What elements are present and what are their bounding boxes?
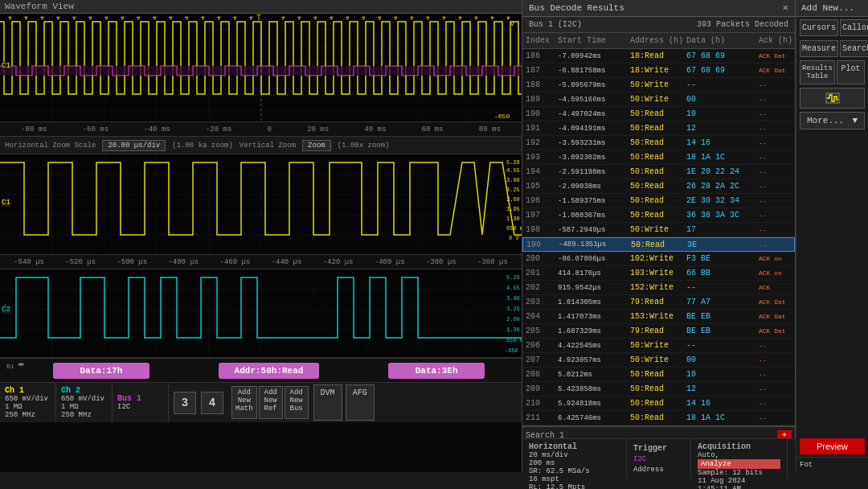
table-row[interactable]: 190 -4.497024ms 50:Read 10 -- <box>522 107 795 121</box>
horizontal-section[interactable]: Horizontal 20 ms/div 200 ms SR: 62.5 MSa… <box>522 439 627 479</box>
table-row[interactable]: 208 5.0212ms 50:Read 10 -- <box>522 368 795 382</box>
row-error: ACK on <box>759 269 795 277</box>
bus1-status[interactable]: Bus 1 I2C <box>113 383 169 422</box>
row-time: -489.1351µs <box>559 240 631 249</box>
table-row[interactable]: 200 -86.07806µs 102:Write F3 BE ACK on <box>522 252 795 266</box>
results-table-button[interactable]: Results Table <box>800 60 835 84</box>
row-data: 1E 20 22 24 <box>686 167 759 176</box>
row-data: 26 28 2A 2C <box>686 182 759 191</box>
row-data: 12 <box>686 124 759 133</box>
bus1-type: I2C <box>117 403 163 411</box>
svg-text:V: V <box>510 20 514 27</box>
row-error: ACK Dat <box>759 298 795 306</box>
table-row[interactable]: 194 -2.591198ms 50:Read 1E 20 22 24 -- <box>522 165 795 179</box>
row-data: 10 <box>686 370 759 379</box>
search-button[interactable]: Search <box>840 40 868 57</box>
acquisition-section[interactable]: Acquisition Auto, Analyze Sample: 12 bit… <box>691 439 788 479</box>
waveform-icon <box>825 92 840 105</box>
add-new-bus-button[interactable]: AddNewBus <box>285 386 309 419</box>
table-row[interactable]: 206 4.422545ms 50:Write -- -- <box>522 339 795 353</box>
svg-text:2.60 V: 2.60 V <box>506 316 522 323</box>
row-error: -- <box>759 226 795 233</box>
row-address: 50:Write <box>630 341 686 350</box>
table-row[interactable]: 192 -3.593231ms 50:Read 14 16 -- <box>522 136 795 150</box>
more-button[interactable]: More... ▼ <box>800 112 865 129</box>
svg-text:▼: ▼ <box>40 14 44 22</box>
h-zoom-detail: (1.00 ka zoom) <box>172 142 233 150</box>
table-row[interactable]: 197 -1.088367ms 50:Read 36 38 3A 3C -- <box>522 208 795 223</box>
dvm-button[interactable]: DVM <box>313 384 342 421</box>
bus-label: Bus 1 (I2C) <box>529 20 582 29</box>
row-address: 50:Read <box>630 211 686 220</box>
table-row[interactable]: 211 6.425746ms 50:Read 18 1A 1C -- <box>522 411 795 425</box>
row-time: 5.0212ms <box>558 371 630 379</box>
table-body[interactable]: 186 -7.09942ms 18:Read 67 68 69 ACK Dat … <box>522 49 795 425</box>
row-index: 186 <box>526 51 558 60</box>
preview-button[interactable]: Preview <box>800 438 865 454</box>
measure-button[interactable]: Measure <box>800 40 838 57</box>
table-row[interactable]: 193 -3.092302ms 50:Read 18 1A 1C -- <box>522 150 795 165</box>
analyze-button[interactable]: Analyze <box>698 459 780 469</box>
time-b-5: -460 µs <box>220 258 251 266</box>
row-data: -- <box>686 283 759 292</box>
table-row[interactable]: 205 1.607329ms 79:Read BE EB ACK Dat <box>522 324 795 339</box>
v-zoom-label: Vertical Zoom <box>240 142 296 150</box>
waveform-icon-button[interactable] <box>800 88 865 109</box>
close-button[interactable]: ✕ <box>783 2 788 14</box>
trigger-section[interactable]: Trigger I2C Address <box>627 439 691 479</box>
measure-search-row: Measure Search <box>800 40 865 57</box>
row-time: 4.422545ms <box>558 342 630 350</box>
svg-text:▼: ▼ <box>313 14 317 22</box>
row-time: -2.09038ms <box>558 183 630 191</box>
row-error: -- <box>759 197 795 204</box>
row-data: 18 1A 1C <box>686 413 759 422</box>
table-row[interactable]: 189 -4.595166ms 50:Write 00 -- <box>522 92 795 107</box>
num-3-button[interactable]: 3 <box>174 392 196 414</box>
row-data: 77 A7 <box>686 298 759 306</box>
bus-segment-data17: Data:17h <box>53 363 149 379</box>
table-row[interactable]: 186 -7.09942ms 18:Read 67 68 69 ACK Dat <box>522 49 795 64</box>
table-row[interactable]: 203 1.014305ms 79:Read 77 A7 ACK Dat <box>522 295 795 310</box>
afg-button[interactable]: AFG <box>346 384 375 421</box>
h-zoom-value[interactable]: 20.00 µs/div <box>102 140 166 151</box>
row-address: 50:Read <box>630 153 686 162</box>
cursors-button[interactable]: Cursors <box>800 19 838 36</box>
table-row[interactable]: 199 -489.1351µs 50:Read 3E -- <box>522 237 795 252</box>
plot-button[interactable]: Plot <box>837 60 865 84</box>
table-row[interactable]: 191 -4.094191ms 50:Read 12 -- <box>522 121 795 136</box>
row-index: 197 <box>526 211 558 220</box>
row-time: -3.092302ms <box>558 154 630 162</box>
table-row[interactable]: 201 414.8176µs 103:Write 66 BB ACK on <box>522 266 795 281</box>
time-b-6: -440 µs <box>272 258 302 266</box>
table-row[interactable]: 204 1.417073ms 153:Write BE EB ACK Dat <box>522 310 795 324</box>
table-row[interactable]: 198 -587.2949µs 50:Write 17 -- <box>522 223 795 237</box>
svg-text:5.20 V: 5.20 V <box>506 274 522 281</box>
callout-button[interactable]: Callout <box>840 19 868 36</box>
svg-text:▼: ▼ <box>88 14 92 22</box>
table-row[interactable]: 210 5.924818ms 50:Read 14 16 -- <box>522 397 795 411</box>
table-row[interactable]: 196 -1.589375ms 50:Read 2E 30 32 34 -- <box>522 194 795 208</box>
add-new-ref-button[interactable]: AddNewRef <box>259 386 283 419</box>
row-error: -- <box>759 183 795 190</box>
bottom-status: Ch 1 650 mV/div 1 MΩ 250 MHz Ch 2 650 mV… <box>0 382 522 422</box>
trigger-type: I2C <box>633 455 684 463</box>
table-row[interactable]: 188 -5.095679ms 50:Write -- -- <box>522 78 795 92</box>
table-row[interactable]: 187 -6.881758ms 18:Write 67 68 69 ACK Da… <box>522 64 795 78</box>
table-row[interactable]: 195 -2.09038ms 50:Read 26 28 2A 2C -- <box>522 179 795 194</box>
ch1-status[interactable]: Ch 1 650 mV/div 1 MΩ 250 MHz <box>0 383 56 422</box>
ch2-status[interactable]: Ch 2 650 mV/div 1 MΩ 250 MHz <box>56 383 113 422</box>
row-address: 50:Write <box>630 95 686 104</box>
row-time: -587.2949µs <box>558 226 630 234</box>
table-row[interactable]: 209 5.423858ms 50:Read 12 -- <box>522 382 795 397</box>
add-new-math-button[interactable]: AddNewMath <box>231 386 257 419</box>
table-row[interactable]: 202 915.9542µs 152:Write -- ACK <box>522 281 795 295</box>
right-panel: Bus Decode Results ✕ Bus 1 (I2C) 393 Pac… <box>522 0 796 472</box>
v-zoom-value[interactable]: Zoom <box>302 140 331 151</box>
row-error: -- <box>759 96 795 103</box>
num-4-button[interactable]: 4 <box>201 392 223 414</box>
row-error: -- <box>760 241 795 249</box>
table-row[interactable]: 207 4.923057ms 50:Write 00 -- <box>522 353 795 368</box>
time-axis-top: -80 ms -60 ms -40 ms -20 ms 0 20 ms 40 m… <box>0 122 522 137</box>
more-chevron: ▼ <box>852 116 858 125</box>
row-index: 200 <box>526 254 558 263</box>
